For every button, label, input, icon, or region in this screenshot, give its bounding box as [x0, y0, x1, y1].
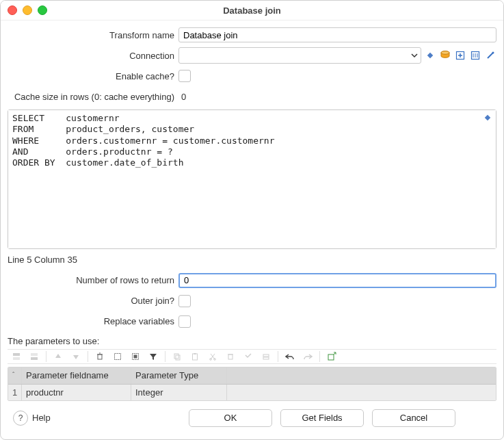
col-spacer	[227, 367, 496, 384]
clear-icon[interactable]	[224, 350, 237, 363]
sql-editor-wrap	[8, 109, 496, 249]
svg-rect-7	[13, 353, 20, 356]
row-connection: Connection	[8, 47, 496, 64]
svg-rect-15	[174, 354, 178, 359]
params-table[interactable]: ˆ Parameter fieldname Parameter Type 1 p…	[8, 367, 496, 401]
svg-rect-9	[31, 353, 38, 356]
window-controls	[8, 5, 47, 15]
row-enable-cache: Enable cache?	[8, 67, 496, 85]
svg-rect-24	[328, 354, 334, 360]
params-label: The parameters to use:	[8, 336, 496, 346]
redo-icon[interactable]	[302, 350, 314, 363]
sql-editor[interactable]	[8, 110, 496, 248]
label-connection: Connection	[8, 51, 174, 61]
unselect-all-icon[interactable]	[129, 350, 142, 363]
move-down-icon[interactable]	[70, 350, 82, 363]
transform-name-input[interactable]	[178, 27, 496, 42]
delete-icon[interactable]	[94, 350, 106, 363]
col-type[interactable]: Parameter Type	[131, 367, 227, 384]
svg-rect-12	[115, 353, 121, 359]
row-handle-header: ˆ	[8, 367, 22, 384]
svg-point-5	[492, 52, 494, 54]
filter-icon[interactable]	[147, 350, 159, 363]
cancel-label: Cancel	[400, 413, 427, 423]
replace-vars-checkbox[interactable]	[178, 315, 191, 328]
toolbar-sep	[88, 351, 88, 362]
close-icon[interactable]	[8, 5, 17, 15]
undo-icon[interactable]	[284, 350, 296, 363]
paste-icon[interactable]	[189, 350, 201, 363]
toolbar-sep	[278, 351, 278, 362]
svg-point-2	[441, 51, 449, 55]
select-all-icon[interactable]	[111, 350, 124, 363]
titlebar: Database join	[1, 1, 503, 21]
copy-icon[interactable]	[171, 350, 183, 363]
copy-row-icon[interactable]	[260, 350, 272, 363]
insert-row-before-icon[interactable]	[10, 350, 23, 363]
label-cache-size: Cache size in rows (0: cache everything)	[8, 92, 174, 102]
svg-rect-22	[263, 354, 269, 357]
metadata-icon[interactable]	[469, 49, 481, 62]
ok-label: OK	[224, 413, 237, 423]
help-button[interactable]: ? Help	[13, 411, 51, 426]
svg-rect-18	[194, 353, 196, 354]
svg-rect-8	[13, 357, 20, 360]
variable-icon[interactable]	[424, 49, 436, 62]
insert-row-after-icon[interactable]	[28, 350, 40, 363]
label-outer-join: Outer join?	[8, 296, 174, 306]
svg-rect-17	[193, 354, 198, 360]
cut-icon[interactable]	[207, 350, 219, 363]
keep-icon[interactable]	[242, 350, 254, 363]
minimize-icon[interactable]	[23, 5, 32, 15]
new-connection-icon[interactable]	[454, 49, 466, 62]
footer: ? Help OK Get Fields Cancel	[8, 404, 496, 432]
ok-button[interactable]: OK	[189, 409, 272, 427]
outer-join-checkbox[interactable]	[178, 295, 191, 307]
svg-rect-21	[228, 354, 233, 359]
get-fields-label: Get Fields	[302, 413, 342, 423]
cancel-button[interactable]: Cancel	[372, 409, 455, 427]
move-up-icon[interactable]	[52, 350, 64, 363]
cell-fieldname[interactable]: productnr	[22, 385, 131, 401]
label-enable-cache: Enable cache?	[8, 71, 174, 81]
row-outer-join: Outer join?	[8, 292, 496, 310]
svg-rect-0	[427, 53, 433, 58]
row-rows-return: Number of rows to return	[8, 272, 496, 289]
window-title: Database join	[223, 5, 281, 16]
toolbar-sep	[46, 351, 47, 362]
label-rows-return: Number of rows to return	[8, 275, 174, 285]
cache-size-value: 0	[178, 92, 186, 102]
label-transform-name: Transform name	[8, 30, 174, 40]
svg-rect-6	[485, 115, 490, 120]
content-area: Transform name Connection	[1, 21, 503, 439]
db-connection-icon[interactable]	[439, 49, 451, 62]
row-replace-vars: Replace variables	[8, 313, 496, 331]
label-replace-vars: Replace variables	[8, 316, 174, 326]
table-row[interactable]: 1 productnr Integer	[8, 385, 496, 401]
svg-rect-16	[176, 355, 180, 360]
params-toolbar	[8, 349, 496, 365]
rows-to-return-input[interactable]	[178, 273, 496, 288]
connection-combo[interactable]	[178, 47, 421, 64]
row-transform-name: Transform name	[8, 26, 496, 44]
zoom-icon[interactable]	[38, 5, 47, 15]
toolbar-sep	[319, 351, 320, 362]
cell-spacer	[227, 385, 496, 401]
wizard-icon[interactable]	[484, 49, 496, 62]
toolbar-sep	[165, 351, 165, 362]
export-icon[interactable]	[326, 350, 338, 363]
sql-variable-icon[interactable]	[481, 112, 494, 124]
svg-rect-11	[98, 354, 102, 359]
cell-type[interactable]: Integer	[131, 385, 227, 401]
svg-rect-14	[134, 354, 137, 358]
row-cache-size: Cache size in rows (0: cache everything)…	[8, 88, 496, 105]
col-fieldname[interactable]: Parameter fieldname	[22, 367, 131, 384]
row-number: 1	[8, 385, 22, 401]
get-fields-button[interactable]: Get Fields	[280, 409, 364, 427]
help-icon: ?	[13, 411, 28, 426]
dialog-window: Database join Transform name Connection	[0, 0, 504, 440]
help-label: Help	[32, 413, 51, 423]
editor-status: Line 5 Column 35	[8, 252, 496, 269]
svg-rect-10	[31, 357, 38, 360]
enable-cache-checkbox[interactable]	[178, 70, 191, 82]
